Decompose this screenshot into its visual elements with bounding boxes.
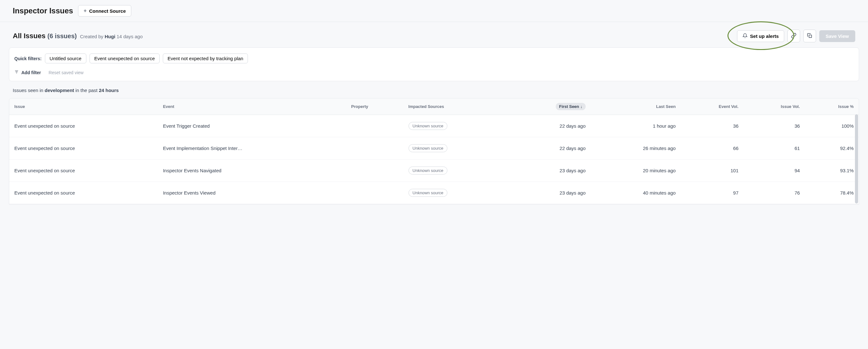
bell-icon: [742, 33, 748, 39]
cell-issue-pct: 92.4%: [805, 137, 859, 160]
arrow-down-icon: ↓: [580, 104, 583, 109]
col-event-vol[interactable]: Event Vol.: [681, 98, 743, 115]
cell-property: [346, 137, 403, 160]
subheader: All Issues (6 issues) Created by Hugi 14…: [0, 22, 868, 47]
cell-event-vol: 36: [681, 115, 743, 137]
filter-chip[interactable]: Untitled source: [45, 54, 86, 63]
link-button[interactable]: [787, 30, 800, 42]
filter-chip[interactable]: Event not expected by tracking plan: [163, 54, 248, 63]
col-first-seen[interactable]: First Seen ↓: [507, 98, 591, 115]
cell-last-seen: 40 minutes ago: [591, 182, 681, 204]
cell-issue: Event unexpected on source: [9, 182, 158, 204]
cell-issue-vol: 36: [743, 115, 805, 137]
cell-issue: Event unexpected on source: [9, 137, 158, 160]
cell-issue-vol: 94: [743, 160, 805, 182]
table-row[interactable]: Event unexpected on sourceEvent Implemen…: [9, 137, 859, 160]
cell-property: [346, 182, 403, 204]
issue-count: (6 issues): [48, 32, 77, 40]
table-row[interactable]: Event unexpected on sourceEvent Trigger …: [9, 115, 859, 137]
cell-source: Unknown source: [403, 137, 507, 160]
subheader-actions: Set up alerts Save View: [737, 30, 855, 42]
filters-panel: Quick filters: Untitled source Event une…: [9, 47, 859, 81]
cell-event: Event Implementation Snippet Inter…: [158, 137, 346, 160]
filter-chip[interactable]: Event unexpected on source: [90, 54, 160, 63]
cell-source: Unknown source: [403, 182, 507, 204]
save-view-button[interactable]: Save View: [819, 30, 855, 42]
cell-first-seen: 22 days ago: [507, 115, 591, 137]
cell-event-vol: 101: [681, 160, 743, 182]
cell-first-seen: 22 days ago: [507, 137, 591, 160]
cell-event-vol: 66: [681, 137, 743, 160]
alerts-label: Set up alerts: [750, 33, 779, 39]
plus-icon: +: [84, 8, 86, 14]
issues-table-wrapper: Issue Event Property Impacted Sources Fi…: [9, 98, 859, 204]
copy-button[interactable]: [803, 30, 816, 42]
cell-first-seen: 23 days ago: [507, 160, 591, 182]
page-title: Inspector Issues: [13, 6, 73, 15]
cell-first-seen: 23 days ago: [507, 182, 591, 204]
cell-event: Inspector Events Navigated: [158, 160, 346, 182]
quick-filters-row: Quick filters: Untitled source Event une…: [14, 54, 854, 63]
table-header-row: Issue Event Property Impacted Sources Fi…: [9, 98, 859, 115]
quick-filters-label: Quick filters:: [14, 56, 42, 61]
connect-source-label: Connect Source: [89, 8, 126, 14]
sort-pill-first-seen[interactable]: First Seen ↓: [556, 103, 585, 110]
cell-property: [346, 160, 403, 182]
add-filter-button[interactable]: Add filter: [14, 70, 41, 75]
filter-actions: Add filter Reset saved view: [14, 70, 854, 75]
cell-last-seen: 26 minutes ago: [591, 137, 681, 160]
page-header: Inspector Issues + Connect Source: [0, 0, 868, 22]
subheader-left: All Issues (6 issues) Created by Hugi 14…: [13, 32, 143, 40]
col-property[interactable]: Property: [346, 98, 403, 115]
cell-issue-pct: 78.4%: [805, 182, 859, 204]
col-last-seen[interactable]: Last Seen: [591, 98, 681, 115]
summary-text: Issues seen in development in the past 2…: [0, 88, 868, 98]
link-icon: [791, 33, 797, 39]
table-row[interactable]: Event unexpected on sourceInspector Even…: [9, 182, 859, 204]
cell-issue-vol: 61: [743, 137, 805, 160]
filter-icon: [14, 70, 19, 75]
col-issue-pct[interactable]: Issue %: [805, 98, 859, 115]
cell-last-seen: 20 minutes ago: [591, 160, 681, 182]
scrollbar[interactable]: [855, 114, 858, 203]
source-badge: Unknown source: [408, 189, 448, 197]
reset-saved-view-button[interactable]: Reset saved view: [49, 70, 84, 75]
source-badge: Unknown source: [408, 166, 448, 174]
cell-last-seen: 1 hour ago: [591, 115, 681, 137]
cell-event-vol: 97: [681, 182, 743, 204]
col-sources[interactable]: Impacted Sources: [403, 98, 507, 115]
cell-event: Event Trigger Created: [158, 115, 346, 137]
set-up-alerts-button[interactable]: Set up alerts: [737, 30, 784, 42]
col-issue[interactable]: Issue: [9, 98, 158, 115]
cell-event: Inspector Events Viewed: [158, 182, 346, 204]
connect-source-button[interactable]: + Connect Source: [78, 5, 131, 17]
cell-issue-vol: 76: [743, 182, 805, 204]
source-badge: Unknown source: [408, 144, 448, 152]
cell-source: Unknown source: [403, 115, 507, 137]
col-event[interactable]: Event: [158, 98, 346, 115]
created-by: Created by Hugi 14 days ago: [80, 34, 143, 39]
view-title: All Issues: [13, 32, 45, 40]
col-issue-vol[interactable]: Issue Vol.: [743, 98, 805, 115]
cell-issue: Event unexpected on source: [9, 160, 158, 182]
svg-rect-0: [809, 35, 812, 37]
cell-issue: Event unexpected on source: [9, 115, 158, 137]
cell-issue-pct: 93.1%: [805, 160, 859, 182]
copy-icon: [807, 33, 812, 39]
cell-issue-pct: 100%: [805, 115, 859, 137]
table-row[interactable]: Event unexpected on sourceInspector Even…: [9, 160, 859, 182]
cell-source: Unknown source: [403, 160, 507, 182]
issues-table: Issue Event Property Impacted Sources Fi…: [9, 98, 859, 204]
cell-property: [346, 115, 403, 137]
source-badge: Unknown source: [408, 122, 448, 130]
